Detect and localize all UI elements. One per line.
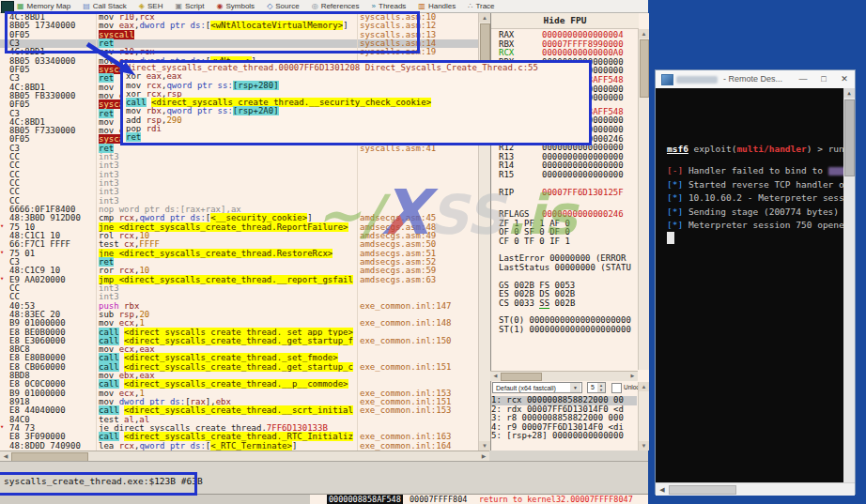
code-token: qword ptr xyxy=(139,441,190,451)
stack-address: 0000008858AF548 xyxy=(327,495,403,504)
rdp-title-text: - Remote Des... xyxy=(723,74,782,84)
call-stack-icon: ▤ xyxy=(83,3,90,10)
toolbar-tab-symbols[interactable]: ◉Symbols xyxy=(216,2,255,10)
code-token: test xyxy=(99,239,124,249)
code-token: ds: xyxy=(191,213,206,222)
toolbar-tab-memory-map[interactable]: ▦Memory Map xyxy=(17,2,70,10)
calling-convention-select[interactable]: Default (x64 fastcall) ▼ xyxy=(492,382,582,393)
scroll-up-icon[interactable]: ▲ xyxy=(639,382,649,391)
rdp-horizontal-scrollbar[interactable]: ◀ xyxy=(656,482,855,496)
registers-scroll-thumb[interactable] xyxy=(640,39,649,98)
remote-desktop-window[interactable]: - Remote Des... — □ ✕ msf6 exploit(multi… xyxy=(655,69,856,495)
chevron-down-icon[interactable]: ▼ xyxy=(570,383,580,392)
disasm-row[interactable]: C3retsyscalls.asm:41 xyxy=(0,145,478,153)
source-line-ref: exe_common.inl:153 xyxy=(360,406,452,415)
disasm-row[interactable]: ▾E9 AA020000jmp <direct_syscalls_create_… xyxy=(0,276,478,284)
disasm-row[interactable]: CCint3 xyxy=(0,179,478,188)
code-token: <__security_cookie> xyxy=(210,213,307,222)
minimize-icon[interactable]: — xyxy=(796,73,810,85)
toolbar-tab-call-stack[interactable]: ▤Call Stack xyxy=(83,2,127,10)
disasm-row[interactable]: CCint3 xyxy=(0,171,478,179)
code-token: rcx xyxy=(119,441,134,451)
unlocked-checkbox[interactable] xyxy=(611,383,622,393)
opcode-bytes: 48:8D0D 740900 xyxy=(9,442,81,451)
registers-hscroll-thumb[interactable] xyxy=(501,373,542,381)
terminal-vertical-scrollbar[interactable]: ▲ xyxy=(843,88,855,482)
stack-comment: return to kernel32.00007FFFF8047 xyxy=(479,495,633,504)
rdp-title-bar[interactable]: - Remote Des... — □ ✕ xyxy=(656,70,855,89)
spinner-down-icon[interactable]: ▼ xyxy=(597,388,605,392)
source-line-ref: exe_common.inl:148 xyxy=(360,319,452,328)
arg-count-spinner[interactable]: 5 ▲ ▼ xyxy=(587,382,606,393)
scroll-right-icon[interactable]: ▶ xyxy=(628,373,637,379)
scroll-up-icon[interactable]: ▲ xyxy=(479,13,490,23)
scroll-right-icon[interactable]: ▶ xyxy=(479,452,488,460)
disasm-row[interactable]: 40:53push rbxexe_common.inl:147 xyxy=(0,302,478,311)
code-token: rdi xyxy=(147,124,162,133)
maximize-icon[interactable]: □ xyxy=(817,73,830,85)
scroll-up-icon[interactable]: ▲ xyxy=(639,29,649,38)
toolbar-tab-label: Memory Map xyxy=(27,2,71,10)
msf-prompt-line: msf6 exploit(multi/handler) > run xyxy=(667,144,844,154)
stack-row[interactable]: 0000008858AF548 00007FFFF804 return to k… xyxy=(310,495,648,504)
source-line-ref: syscalls.asm:41 xyxy=(360,145,436,153)
register-row[interactable]: R150000000000000000 xyxy=(499,171,640,180)
scroll-left-icon[interactable]: ◀ xyxy=(1,452,10,460)
arguments-vertical-scrollbar[interactable]: ▲ ▼ xyxy=(638,382,649,451)
close-icon[interactable]: ✕ xyxy=(838,73,851,85)
toolbar-tab-label: Call Stack xyxy=(93,2,127,10)
register-row[interactable]: RIP00007FF6D130125F xyxy=(499,189,640,198)
register-value: 0000000000000004 xyxy=(542,30,624,39)
terminal-line: [*] Meterpreter session 750 opened xyxy=(667,220,849,230)
code-token: ecx xyxy=(119,318,134,328)
threads-icon: » xyxy=(372,3,376,10)
disasm-row[interactable]: CCint3 xyxy=(0,153,478,161)
jump-arrow-icon: ▾ xyxy=(0,275,4,283)
scroll-down-icon[interactable]: ▼ xyxy=(479,441,490,451)
disasm-row[interactable]: CCint3 xyxy=(0,188,478,196)
scroll-left-icon[interactable]: ◀ xyxy=(491,373,500,379)
disasm-row[interactable]: E8 E3060000call <direct_syscalls_create_… xyxy=(0,337,478,345)
code-token: ret xyxy=(126,132,141,142)
disasm-scroll-thumb[interactable] xyxy=(480,23,490,65)
symbols-icon: ◉ xyxy=(216,3,223,10)
disasm-row[interactable]: CCint3 xyxy=(0,161,478,170)
hide-fpu-button[interactable]: Hide FPU xyxy=(491,13,639,29)
terminal-text: 10.10.60.2 - Meterpreter sessio xyxy=(683,192,855,203)
toolbar-tab-handles[interactable]: ▥Handles xyxy=(418,2,456,10)
calling-convention-row: Default (x64 fastcall) ▼ 5 ▲ ▼ Unlocked xyxy=(491,382,647,394)
toolbar-tab-script[interactable]: ▣Script xyxy=(175,2,204,10)
code-token: <direct_syscalls_create_thread._set_fmod… xyxy=(124,353,338,362)
source-icon: ◇ xyxy=(267,3,272,10)
toolbar-tab-seh[interactable]: ◈SEH xyxy=(139,2,163,10)
popup-header: direct_syscalls_create_thread.00007FF6D1… xyxy=(126,64,589,72)
redacted-title xyxy=(676,76,718,84)
scroll-left-icon[interactable]: ◀ xyxy=(657,485,667,494)
arguments-list[interactable]: 1: rcx 0000008858822000 002: rdx 00007FF… xyxy=(491,396,637,441)
scroll-up-icon[interactable]: ▲ xyxy=(843,88,855,98)
toolbar-tab-threads[interactable]: »Threads xyxy=(372,2,407,10)
toolbar-tab-source[interactable]: ◇Source xyxy=(267,2,300,10)
disasm-row[interactable]: 48:8D0D 740900lea rcx,qword ptr ds:[<_RT… xyxy=(0,442,478,451)
arg-count-value: 5 xyxy=(591,383,595,392)
disasm-row[interactable]: E8 44040000call <direct_syscalls_create_… xyxy=(0,406,478,415)
registers-horizontal-scrollbar[interactable]: ◀ ▶ xyxy=(490,371,638,381)
source-line-ref: exe_common.inl:150 xyxy=(360,337,452,345)
toolbar-tab-trace[interactable]: ∴Trace xyxy=(468,2,494,10)
scroll-down-icon[interactable]: ▼ xyxy=(639,441,649,451)
argument-row[interactable]: 5: [rsp+28] 00000000000000 xyxy=(491,432,637,441)
terminal-text: Meterpreter session 750 opened xyxy=(683,220,849,230)
toolbar-tab-references[interactable]: ◎References xyxy=(312,2,360,10)
disasm-row[interactable]: E8 CB060000call <direct_syscalls_create_… xyxy=(0,363,478,372)
screenshot-root: ▦Memory Map▤Call Stack◈SEH▣Script◉Symbol… xyxy=(0,0,866,504)
disasm-row[interactable]: CCint3 xyxy=(0,284,478,293)
msf-terminal[interactable]: msf6 exploit(multi/handler) > run[-] Han… xyxy=(656,88,855,482)
registers-vertical-scrollbar[interactable]: ▲ xyxy=(638,29,649,370)
terminal-scroll-thumb[interactable] xyxy=(844,99,855,176)
rdp-hscroll-thumb[interactable] xyxy=(669,485,736,495)
terminal-text: Started reverse TCP handler on xyxy=(683,179,849,190)
code-token: <direct_syscalls_create_thread.__scrt_in… xyxy=(124,405,353,415)
jump-arrow-icon: ▾ xyxy=(0,423,4,432)
code-token: ds: xyxy=(191,441,206,451)
register-value: 0000000000000000 xyxy=(542,170,624,179)
